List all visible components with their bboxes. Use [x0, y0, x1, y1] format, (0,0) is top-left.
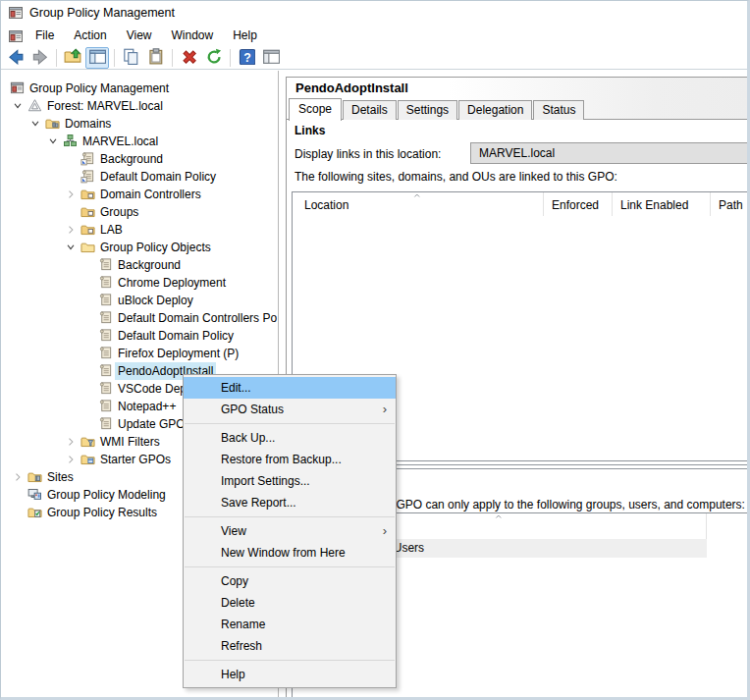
tree-item-group-policy-modeling[interactable]: Group Policy Modeling	[44, 486, 169, 504]
context-menu-item-label: New Window from Here	[221, 546, 346, 560]
tree-item-wmi-filters[interactable]: WMI Filters	[97, 433, 163, 451]
tree-row: Firefox Deployment (P)	[0, 345, 278, 362]
tree-item-domain-controllers[interactable]: Domain Controllers	[97, 186, 204, 203]
help-button[interactable]: ?	[235, 47, 258, 69]
context-menu-item-refresh[interactable]: Refresh	[184, 635, 396, 657]
chevron-expanded-icon[interactable]	[12, 100, 24, 112]
tree-item-forest-marvel-local[interactable]: Forest: MARVEL.local	[44, 97, 166, 115]
tree-item-background[interactable]: Background	[115, 256, 184, 274]
context-menu-item-edit[interactable]: Edit...	[184, 377, 396, 399]
context-menu-item-import-settings[interactable]: Import Settings...	[184, 470, 396, 492]
context-menu-item-delete[interactable]: Delete	[184, 592, 396, 614]
up-one-level-button[interactable]	[61, 47, 84, 69]
tree-item-notepad[interactable]: Notepad++	[115, 398, 179, 415]
chevron-expanded-icon[interactable]	[65, 242, 77, 253]
context-menu-item-gpo-status[interactable]: GPO Status›	[184, 399, 396, 420]
tab-delegation[interactable]: Delegation	[458, 100, 532, 120]
context-menu-item-label: Rename	[221, 618, 265, 631]
ou-icon	[80, 187, 95, 201]
console-window-button[interactable]	[259, 47, 283, 69]
chevron-collapsed-icon[interactable]	[65, 188, 77, 200]
context-menu-item-restore-from-backup[interactable]: Restore from Backup...	[184, 449, 396, 470]
tree-item-update-gpo[interactable]: Update GPO	[115, 415, 188, 433]
menu-window[interactable]: Window	[162, 26, 224, 46]
tree-row: Chrome Deployment	[0, 274, 278, 292]
tree-item-firefox-deployment-p[interactable]: Firefox Deployment (P)	[115, 345, 241, 362]
copy-button[interactable]	[119, 47, 142, 69]
modeling-icon	[27, 487, 42, 502]
tree-item-sites[interactable]: Sites	[44, 468, 77, 486]
context-menu-item-help[interactable]: Help	[184, 664, 396, 685]
security-column-header-2[interactable]	[707, 513, 747, 539]
starter-folder-icon	[80, 452, 95, 466]
gpo-link-icon	[80, 151, 95, 166]
column-header-path[interactable]: Path	[711, 192, 747, 216]
chevron-collapsed-icon[interactable]	[12, 471, 24, 483]
tree-item-group-policy-management[interactable]: Group Policy Management	[27, 80, 172, 97]
tree-item-default-domain-controllers-po[interactable]: Default Domain Controllers Po	[115, 309, 279, 327]
title-bar: Group Policy Management	[0, 0, 750, 26]
tree-item-domains[interactable]: Domains	[62, 115, 114, 133]
context-menu-item-copy[interactable]: Copy	[184, 570, 396, 592]
tree-item-group-policy-results[interactable]: Group Policy Results	[44, 504, 160, 521]
column-header-label: Location	[304, 198, 348, 212]
links-heading: Links	[295, 124, 325, 137]
forest-icon	[27, 98, 42, 113]
context-menu-item-rename[interactable]: Rename	[184, 614, 396, 635]
sort-ascending-icon	[495, 513, 506, 527]
gpmc-app-icon-small	[8, 28, 24, 44]
tab-settings[interactable]: Settings	[398, 100, 457, 120]
delete-button[interactable]	[177, 47, 200, 69]
context-menu-item-view[interactable]: View›	[184, 520, 396, 542]
tree-item-vscode-dep[interactable]: VSCode Dep	[115, 380, 189, 398]
chevron-collapsed-icon[interactable]	[65, 224, 77, 236]
paste-button[interactable]	[143, 47, 167, 69]
tree-item-default-domain-policy[interactable]: Default Domain Policy	[115, 327, 237, 345]
column-header-link-enabled[interactable]: Link Enabled	[613, 192, 711, 216]
context-menu-item-new-window-from-here[interactable]: New Window from Here	[184, 542, 396, 564]
context-menu-item-back-up[interactable]: Back Up...	[184, 427, 396, 449]
tree-item-starter-gpos[interactable]: Starter GPOs	[97, 451, 174, 468]
tree-item-default-domain-policy[interactable]: Default Domain Policy	[97, 168, 219, 186]
context-menu-item-label: Refresh	[221, 639, 262, 653]
refresh-button[interactable]	[201, 47, 225, 69]
console-tree-button[interactable]	[85, 47, 109, 69]
tree-item-ublock-deploy[interactable]: uBlock Deploy	[115, 292, 196, 309]
tab-details[interactable]: Details	[343, 100, 397, 120]
gpmc-icon	[10, 81, 25, 95]
context-menu-item-label: View	[221, 524, 246, 538]
menu-file[interactable]: File	[26, 26, 64, 46]
context-menu-item-label: Save Report...	[221, 496, 296, 510]
chevron-expanded-icon[interactable]	[47, 135, 59, 147]
chevron-collapsed-icon[interactable]	[65, 454, 77, 465]
menu-help[interactable]: Help	[223, 26, 267, 46]
tree-item-lab[interactable]: LAB	[97, 221, 126, 239]
location-combobox-value: MARVEL.local	[479, 143, 555, 163]
tab-scope[interactable]: Scope	[289, 98, 342, 121]
chevron-collapsed-icon[interactable]	[65, 436, 77, 448]
gpo-icon	[98, 310, 113, 325]
up-one-level-icon	[64, 47, 81, 68]
menu-view[interactable]: View	[117, 26, 162, 46]
toolbar-separator	[114, 49, 115, 67]
tree-row: Background	[0, 150, 278, 168]
forward-button[interactable]	[27, 47, 51, 69]
tree-item-marvel-local[interactable]: MARVEL.local	[80, 133, 161, 150]
tree-item-group-policy-objects[interactable]: Group Policy Objects	[97, 239, 214, 256]
context-menu-item-label: Copy	[221, 574, 248, 588]
tree-item-chrome-deployment[interactable]: Chrome Deployment	[115, 274, 229, 292]
tab-status[interactable]: Status	[533, 100, 584, 120]
context-menu-item-save-report[interactable]: Save Report...	[184, 492, 396, 513]
gpo-icon	[98, 363, 113, 378]
back-button[interactable]	[3, 47, 27, 69]
chevron-expanded-icon[interactable]	[29, 118, 41, 130]
menu-action[interactable]: Action	[64, 26, 116, 46]
column-header-label: Link Enabled	[620, 198, 688, 212]
tree-item-groups[interactable]: Groups	[97, 203, 141, 221]
column-header-enforced[interactable]: Enforced	[544, 192, 613, 216]
location-combobox[interactable]: MARVEL.local	[470, 142, 748, 164]
menu-separator	[185, 566, 395, 567]
column-header-location[interactable]: Location	[293, 192, 544, 216]
gpo-title: PendoAdoptInstall	[295, 81, 408, 95]
tree-item-background[interactable]: Background	[97, 150, 166, 168]
